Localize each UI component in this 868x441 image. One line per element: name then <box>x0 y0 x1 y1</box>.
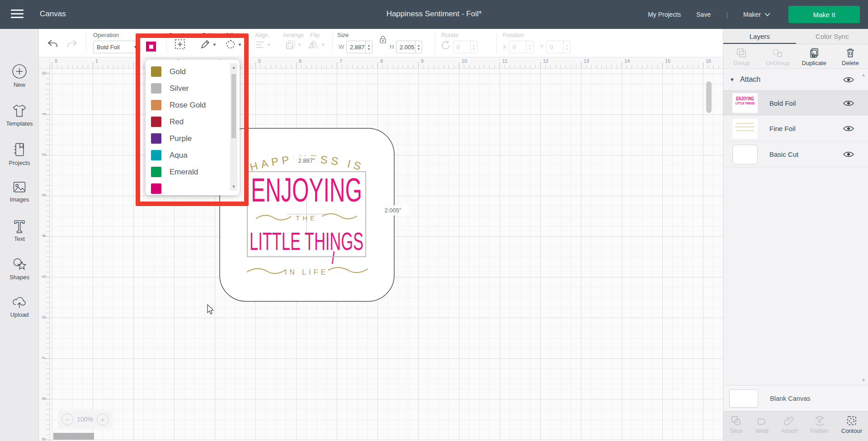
machine-selector[interactable]: Maker <box>743 11 770 18</box>
ungroup-button[interactable]: UnGroup <box>760 44 796 68</box>
align-button[interactable] <box>255 41 265 49</box>
shapes-icon <box>11 257 28 272</box>
arrange-button[interactable] <box>286 40 296 50</box>
attach-group-header[interactable]: ▼ Attach <box>723 69 868 90</box>
canvas-vertical-scrollbar[interactable] <box>706 81 712 113</box>
make-it-button[interactable]: Make It <box>788 6 860 23</box>
attach-button[interactable]: Attach <box>781 415 798 441</box>
color-option-aqua[interactable]: Aqua <box>151 150 240 160</box>
x-input[interactable]: 0 ▲▼ <box>509 41 533 53</box>
mouse-cursor <box>206 304 214 315</box>
weld-icon <box>756 415 767 426</box>
width-input[interactable]: 2.887 ▲▼ <box>346 41 373 53</box>
fine-foil-text-in-life[interactable]: IN LIFE <box>285 268 328 276</box>
sidebar-item-upload[interactable]: Upload <box>0 295 39 318</box>
boolean-tools-bar: Slice Weld Attach Flatten Contour <box>723 411 868 441</box>
operation-select[interactable]: Bold Foil ▼ <box>93 41 141 53</box>
bold-foil-text-enjoying[interactable]: ENJOYING <box>251 171 362 209</box>
layer-color-chip[interactable] <box>146 42 156 52</box>
panel-scroll-down-icon[interactable]: ▼ <box>861 378 866 383</box>
my-projects-link[interactable]: My Projects <box>648 11 681 18</box>
canvas-horizontal-scrollbar[interactable] <box>53 433 94 440</box>
gold-swatch <box>151 66 161 77</box>
weld-button[interactable]: Weld <box>755 415 768 441</box>
visibility-eye-icon[interactable] <box>843 150 854 158</box>
width-stepper[interactable]: ▲▼ <box>365 41 372 53</box>
flip-button[interactable] <box>308 40 319 50</box>
rotate-button[interactable] <box>440 40 450 50</box>
sidebar-item-new[interactable]: New <box>0 63 39 88</box>
deselect-label: Deselect <box>169 32 192 38</box>
project-title: Happiness Sentiment - Foil* <box>387 9 482 19</box>
sidebar-item-projects[interactable]: Projects <box>0 141 39 166</box>
sidebar-item-templates[interactable]: Templates <box>0 103 39 127</box>
slice-button[interactable]: Slice <box>730 415 742 441</box>
rose-gold-swatch <box>151 100 161 110</box>
fine-foil-text-the[interactable]: THE <box>296 214 317 222</box>
offset-button[interactable] <box>225 39 236 50</box>
size-lock-icon[interactable] <box>379 35 387 45</box>
visibility-eye-icon[interactable] <box>843 125 854 132</box>
edit-caret-icon[interactable]: ▼ <box>212 42 217 47</box>
y-label: Y <box>540 43 544 50</box>
offset-caret-icon[interactable]: ▼ <box>238 42 242 47</box>
undo-button[interactable] <box>47 39 59 49</box>
bold-foil-text-little-things[interactable]: LITTLE THINGS <box>250 227 363 255</box>
color-option-partial[interactable] <box>151 183 240 194</box>
color-option-emerald[interactable]: Emerald <box>151 167 240 177</box>
scroll-down-icon[interactable]: ▼ <box>230 184 237 189</box>
edit-button[interactable] <box>200 39 211 50</box>
color-option-purple[interactable]: Purple <box>151 133 240 144</box>
visibility-eye-icon[interactable] <box>843 76 854 84</box>
save-link[interactable]: Save <box>696 11 711 18</box>
dropdown-scrollbar-thumb[interactable] <box>231 74 236 138</box>
svg-text:LITTLE THINGS: LITTLE THINGS <box>250 227 363 255</box>
layer-row-bold-foil[interactable]: ENJOYING LITTLE THINGS Bold Foil <box>723 90 868 116</box>
color-option-gold[interactable]: Gold <box>151 66 240 77</box>
deselect-button[interactable] <box>175 39 185 50</box>
x-label: X <box>503 43 507 50</box>
color-option-rose-gold[interactable]: Rose Gold <box>151 100 240 110</box>
dropdown-scrollbar[interactable]: ▲ ▼ <box>230 63 237 191</box>
redo-button[interactable] <box>66 39 78 49</box>
layer-row-basic-cut[interactable]: Basic Cut <box>723 142 868 167</box>
purple-swatch <box>151 133 161 144</box>
rotate-label: Rotate <box>441 32 458 38</box>
size-label: Size <box>337 32 349 38</box>
group-button[interactable]: Group <box>723 44 760 68</box>
height-stepper[interactable]: ▲▼ <box>415 41 422 53</box>
duplicate-button[interactable]: Duplicate <box>796 44 832 68</box>
contour-button[interactable]: Contour <box>841 415 862 441</box>
offset-label: Offset <box>225 32 241 38</box>
flatten-button[interactable]: Flatten <box>811 415 829 441</box>
rotate-input[interactable]: 0 ▲▼ <box>453 41 477 53</box>
machine-name: Maker <box>743 11 761 18</box>
tab-color-sync[interactable]: Color Sync <box>796 29 868 44</box>
collapse-chevron-icon[interactable]: ▼ <box>730 77 735 82</box>
toolbar-divider <box>166 33 167 53</box>
color-option-silver[interactable]: Silver <box>151 83 240 94</box>
visibility-eye-icon[interactable] <box>843 99 854 107</box>
sidebar-item-images[interactable]: Images <box>0 180 39 203</box>
slice-icon <box>731 415 741 426</box>
zoom-out-button[interactable]: − <box>61 413 73 425</box>
aqua-swatch <box>151 150 161 160</box>
height-input[interactable]: 2.005 ▲▼ <box>396 41 422 53</box>
color-option-red[interactable]: Red <box>151 117 240 127</box>
sidebar-item-text[interactable]: Text <box>0 218 39 242</box>
rotate-stepper: ▲▼ <box>470 41 477 53</box>
tab-layers[interactable]: Layers <box>723 29 796 44</box>
layer-actions: Group UnGroup Duplicate Delete <box>723 44 868 69</box>
scroll-up-icon[interactable]: ▲ <box>230 65 237 70</box>
delete-button[interactable]: Delete <box>832 44 868 68</box>
y-input[interactable]: 0 ▲▼ <box>546 41 571 53</box>
blank-canvas-row[interactable]: Blank Canvas <box>723 385 868 411</box>
svg-text:ENJOYING: ENJOYING <box>251 171 362 209</box>
zoom-in-button[interactable]: + <box>97 413 108 425</box>
layer-row-fine-foil[interactable]: Fine Foil <box>723 116 868 141</box>
panel-scroll-up-icon[interactable]: ▲ <box>861 72 866 77</box>
hamburger-menu-icon[interactable] <box>11 9 24 19</box>
sidebar-item-shapes[interactable]: Shapes <box>0 257 39 281</box>
canvas-nav-label[interactable]: Canvas <box>40 9 66 19</box>
operation-label: Operation <box>93 32 119 38</box>
